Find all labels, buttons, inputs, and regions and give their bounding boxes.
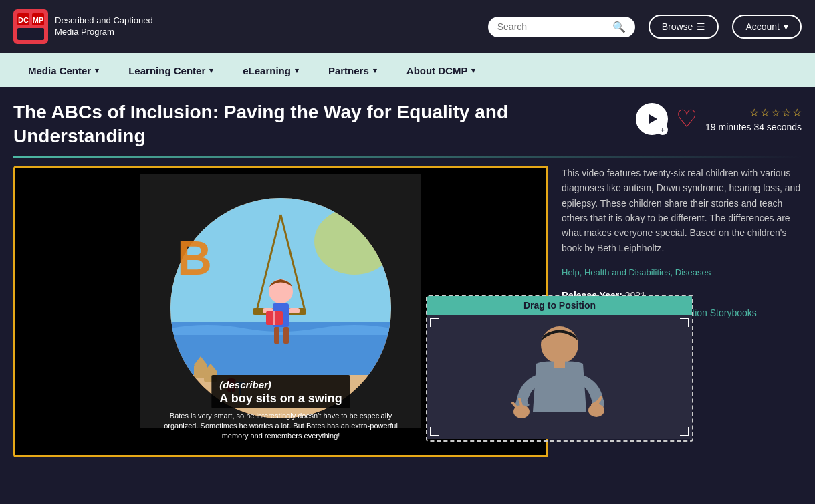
star-4[interactable]: ☆	[782, 106, 791, 119]
account-label: Account	[745, 21, 780, 32]
duration-stars: ☆ ☆ ☆ ☆ ☆ 19 minutes 34 seconds	[705, 106, 802, 132]
rating-stars[interactable]: ☆ ☆ ☆ ☆ ☆	[749, 106, 802, 119]
page-title: The ABCs of Inclusion: Paving the Way fo…	[13, 100, 548, 149]
star-5[interactable]: ☆	[792, 106, 802, 119]
title-actions: + ♡ ☆ ☆ ☆ ☆ ☆ 19 minutes 34 seconds	[636, 103, 802, 135]
svg-marker-2	[649, 114, 657, 124]
tag-health-disabilities[interactable]: Health and Disabilities	[584, 267, 671, 277]
duration-text: 19 minutes 34 seconds	[705, 122, 802, 132]
plus-badge: +	[657, 124, 668, 135]
tag-help[interactable]: Help	[562, 267, 580, 277]
account-button[interactable]: Account ▾	[732, 15, 802, 39]
resize-handle-tl[interactable]	[430, 318, 439, 327]
signer-video-area	[427, 315, 692, 439]
nav-item-about-dcmp[interactable]: About DCMP ▾	[392, 53, 491, 87]
favorite-button[interactable]: ♡	[676, 105, 697, 133]
star-3[interactable]: ☆	[771, 106, 780, 119]
svg-text:MP: MP	[33, 16, 44, 24]
resize-handle-br[interactable]	[680, 427, 689, 436]
browse-button[interactable]: Browse ☰	[649, 15, 719, 39]
star-1[interactable]: ☆	[749, 106, 759, 119]
svg-rect-34	[554, 360, 565, 368]
caption-text: A boy sits on a swing	[219, 392, 342, 405]
describer-label: (describer)	[219, 379, 271, 390]
nav-item-partners[interactable]: Partners ▾	[314, 53, 392, 87]
chevron-down-icon: ▾	[784, 21, 788, 32]
drag-overlay[interactable]: Drag to Position	[426, 295, 693, 442]
resize-handle-bl[interactable]	[430, 427, 439, 436]
nav-label-media-center: Media Center	[28, 65, 91, 76]
media-row: B (describer) A boy sits on a swing Bate…	[13, 166, 802, 457]
nav-label-learning-center: Learning Center	[128, 65, 205, 76]
tags-section: Help, Health and Disabilities, Diseases	[562, 266, 802, 280]
resize-handle-tr[interactable]	[680, 318, 689, 327]
drag-header: Drag to Position	[427, 296, 692, 315]
svg-rect-12	[199, 368, 202, 378]
site-name: Described and Captioned Media Program	[55, 15, 153, 38]
add-to-playlist-button[interactable]: +	[636, 103, 668, 135]
subtitle-text: Bates is very smart, so he interestingly…	[154, 411, 408, 442]
tag-diseases[interactable]: Diseases	[675, 267, 711, 277]
search-input[interactable]	[497, 21, 608, 32]
star-2[interactable]: ☆	[760, 106, 770, 119]
nav-label-partners: Partners	[328, 65, 369, 76]
nav-label-about-dcmp: About DCMP	[406, 65, 468, 76]
svg-rect-26	[283, 327, 289, 344]
svg-point-36	[588, 404, 604, 417]
logo-bottom-box	[17, 28, 44, 40]
nav-item-elearning[interactable]: eLearning ▾	[228, 53, 314, 87]
search-bar[interactable]: 🔍	[488, 17, 635, 37]
chevron-down-icon: ▾	[295, 66, 299, 75]
browse-icon: ☰	[697, 21, 705, 32]
search-button[interactable]: 🔍	[612, 21, 626, 33]
svg-rect-28	[289, 308, 300, 313]
nav-bar: Media Center ▾ Learning Center ▾ eLearni…	[0, 53, 815, 87]
chevron-down-icon: ▾	[471, 66, 475, 75]
chevron-down-icon: ▾	[95, 66, 99, 75]
nav-item-media-center[interactable]: Media Center ▾	[13, 53, 114, 87]
separator	[13, 156, 802, 158]
signer-illustration	[433, 315, 687, 438]
svg-text:DC: DC	[18, 16, 29, 24]
chevron-down-icon: ▾	[209, 66, 213, 75]
description-text: This video features twenty-six real chil…	[562, 166, 802, 255]
logo-icon: DC MP	[13, 9, 48, 44]
svg-rect-25	[274, 327, 279, 344]
nav-label-elearning: eLearning	[243, 65, 291, 76]
svg-text:B: B	[177, 231, 212, 285]
content-area: The ABCs of Inclusion: Paving the Way fo…	[0, 87, 815, 457]
logo-area: DC MP Described and Captioned Media Prog…	[13, 9, 153, 44]
video-player[interactable]: B (describer) A boy sits on a swing Bate…	[13, 166, 548, 457]
nav-item-learning-center[interactable]: Learning Center ▾	[114, 53, 228, 87]
title-row: The ABCs of Inclusion: Paving the Way fo…	[13, 100, 802, 149]
caption-bar: (describer) A boy sits on a swing	[211, 375, 350, 408]
browse-label: Browse	[662, 21, 693, 32]
header: DC MP Described and Captioned Media Prog…	[0, 0, 815, 53]
chevron-down-icon: ▾	[373, 66, 377, 75]
